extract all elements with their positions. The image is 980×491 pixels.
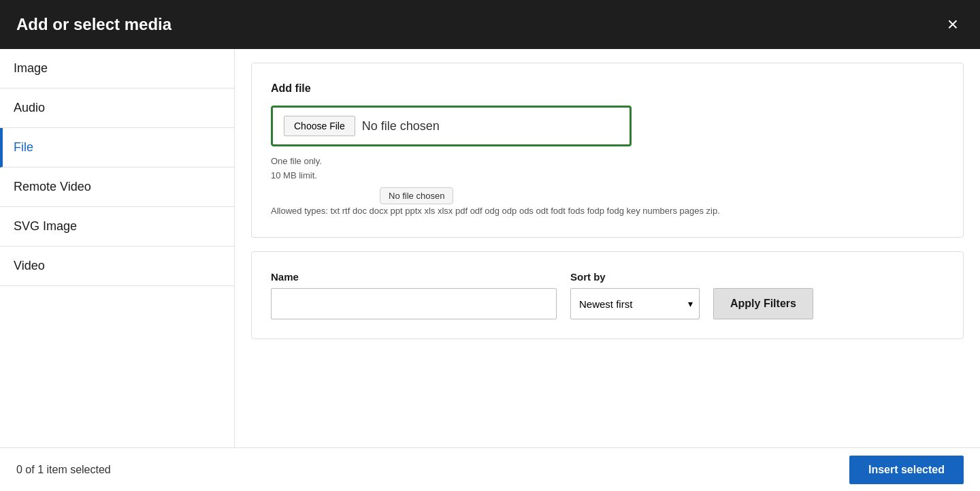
footer-status: 0 of 1 item selected — [16, 464, 111, 476]
sort-select-wrapper: Newest first Oldest first Name (A-Z) Nam… — [570, 288, 700, 319]
sidebar-item-file[interactable]: File — [0, 128, 234, 168]
insert-selected-button[interactable]: Insert selected — [849, 456, 964, 484]
modal: Add or select media × Image Audio File R… — [0, 0, 980, 491]
filter-card: Name Sort by Newest first Oldest first N… — [251, 251, 964, 339]
sidebar-item-audio[interactable]: Audio — [0, 89, 234, 128]
sidebar-item-remote-video[interactable]: Remote Video — [0, 168, 234, 207]
file-hint: One file only. 10 MB limit. No file chos… — [271, 155, 944, 218]
sidebar-item-svg-image[interactable]: SVG Image — [0, 207, 234, 247]
no-file-tooltip: No file chosen — [380, 187, 453, 204]
filter-row: Name Sort by Newest first Oldest first N… — [271, 271, 944, 319]
modal-header: Add or select media × — [0, 0, 980, 49]
name-filter-label: Name — [271, 271, 557, 283]
sort-filter-group: Sort by Newest first Oldest first Name (… — [570, 271, 700, 319]
sort-filter-label: Sort by — [570, 271, 700, 283]
name-filter-group: Name — [271, 271, 557, 319]
modal-title: Add or select media — [16, 15, 172, 34]
modal-footer: 0 of 1 item selected Insert selected — [0, 447, 980, 491]
upload-card-title: Add file — [271, 82, 944, 95]
modal-body: Image Audio File Remote Video SVG Image … — [0, 49, 980, 491]
upload-card: Add file Choose File No file chosen One … — [251, 63, 964, 238]
name-filter-input[interactable] — [271, 288, 557, 319]
sidebar-item-video[interactable]: Video — [0, 247, 234, 286]
apply-filters-button[interactable]: Apply Filters — [713, 288, 813, 319]
file-hint-line2: 10 MB limit. — [271, 169, 944, 183]
file-hint-line3: Allowed types: txt rtf doc docx ppt pptx… — [271, 204, 944, 219]
sidebar-item-image[interactable]: Image — [0, 49, 234, 89]
choose-file-button[interactable]: Choose File — [284, 116, 355, 136]
close-button[interactable]: × — [942, 12, 964, 37]
content-area: Add file Choose File No file chosen One … — [235, 49, 980, 491]
file-input-area: Choose File No file chosen — [271, 106, 632, 146]
no-file-chosen-text: No file chosen — [362, 119, 440, 133]
file-hint-line1: One file only. — [271, 155, 944, 169]
sidebar: Image Audio File Remote Video SVG Image … — [0, 49, 235, 491]
sort-select[interactable]: Newest first Oldest first Name (A-Z) Nam… — [570, 288, 700, 319]
